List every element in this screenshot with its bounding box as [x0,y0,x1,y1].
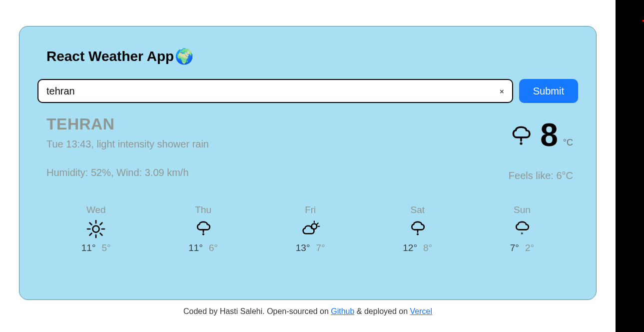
search-wrapper: × [37,79,513,103]
forecast-temps: 7° 2° [510,242,534,254]
snow-cloud-icon: ✶ [512,218,533,240]
temp-low: 7° [316,242,325,254]
svg-line-9 [100,223,102,225]
footer-text-mid: & deployed on [354,307,410,316]
footer: Coded by Hasti Salehi. Open-sourced on G… [0,307,616,316]
earth-icon: 🌍 [175,48,193,65]
forecast-item: Sun ✶ 7° 2° [510,204,534,254]
forecast-temps: 11° 6° [188,242,218,254]
current-temp: 8 [540,119,558,151]
forecast-row: Wed 11° 5° [37,204,578,254]
forecast-day: Sat [410,204,425,216]
github-link[interactable]: Github [331,307,354,316]
temp-high: 11° [188,242,203,254]
forecast-item: Sat 12° 8° [403,204,432,254]
svg-line-10 [90,234,92,236]
search-row: × Submit [37,79,578,103]
forecast-temps: 13° 7° [296,242,325,254]
rain-cloud-icon [193,218,214,240]
forecast-item: Wed 11° 5° [81,204,111,254]
forecast-temps: 12° 8° [403,242,432,254]
temp-high: 13° [296,242,310,254]
svg-point-1 [520,142,523,144]
forecast-day: Fri [305,204,316,216]
forecast-temps: 11° 5° [81,242,111,254]
submit-button[interactable]: Submit [519,79,578,103]
datetime-description: Tue 13:43, light intensity shower rain [46,138,578,150]
humidity-wind: Humidity: 52%, Wind: 3.09 km/h [46,167,578,178]
city-search-input[interactable] [37,79,513,103]
forecast-item: Fri 13° 7° [296,204,325,254]
temp-unit: °C [563,138,573,148]
forecast-item: Thu 11° 6° [188,204,218,254]
partly-cloudy-icon [300,218,321,240]
temp-low: 2° [525,242,534,254]
svg-point-12 [202,234,204,236]
clear-icon[interactable]: × [500,87,504,96]
feels-like: Feels like: 6°C [509,170,573,182]
svg-line-8 [100,234,102,236]
svg-line-15 [317,223,318,224]
forecast-day: Sun [514,204,531,216]
svg-point-18 [417,234,419,236]
app-title: React Weather App 🌍 [46,48,578,65]
temp-high: 12° [403,242,417,254]
footer-text-pre: Coded by Hasti Salehi. Open-sourced on [183,307,331,316]
svg-point-2 [93,226,99,232]
current-weather: TEHRAN Tue 13:43, light intensity shower… [37,115,578,178]
forecast-day: Wed [86,204,106,216]
sun-icon [85,218,106,240]
rain-cloud-icon [507,122,535,150]
rain-cloud-icon [407,218,428,240]
temp-high: 7° [510,242,519,254]
vercel-link[interactable]: Vercel [410,307,432,316]
temp-low: 5° [102,242,111,254]
city-name: TEHRAN [46,115,578,134]
temp-high: 11° [81,242,96,254]
current-temp-block: 8 °C [507,119,573,151]
title-text: React Weather App [46,48,174,64]
forecast-day: Thu [195,204,211,216]
temp-low: 6° [209,242,218,254]
svg-text:✶: ✶ [520,231,524,236]
weather-card: React Weather App 🌍 × Submit TEHRAN Tue … [19,26,597,300]
svg-line-7 [90,223,92,225]
temp-low: 8° [423,242,432,254]
